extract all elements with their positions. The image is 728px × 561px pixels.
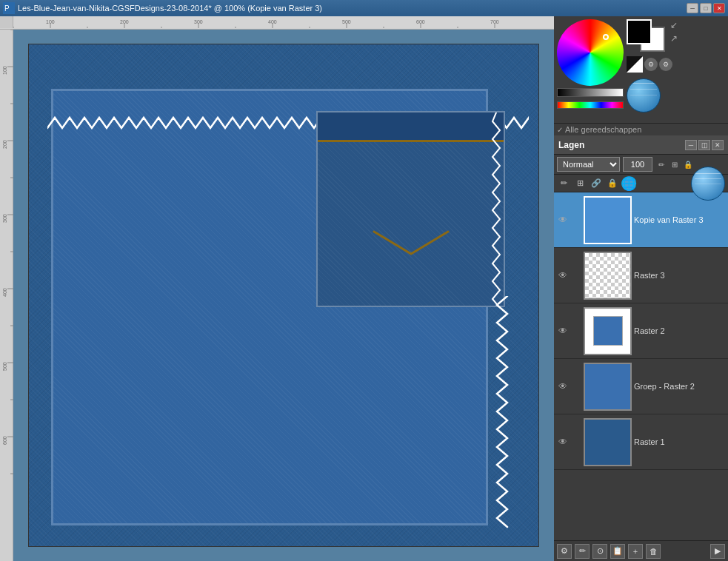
- layer-visibility-toggle[interactable]: 👁: [557, 269, 569, 281]
- svg-text:700: 700: [490, 19, 499, 24]
- lock-move-icon[interactable]: 🔒: [682, 158, 694, 170]
- layer-item[interactable]: 👁 Raster 3: [554, 248, 728, 303]
- layer-thumbnail: [584, 196, 632, 244]
- pocket-v-detail: [367, 224, 455, 261]
- fg-bg-swatch-area: [627, 19, 665, 52]
- layer-item[interactable]: 👁 Raster 2: [554, 303, 728, 359]
- svg-text:500: 500: [342, 19, 351, 24]
- pocket-belt: [318, 112, 504, 142]
- layer-thumbnail: [584, 363, 632, 411]
- panel-detach-btn[interactable]: ◫: [698, 140, 710, 150]
- layers-list: 👁 Kopie van Raster 3 👁 Raster 3: [554, 192, 728, 540]
- layer-visibility-toggle[interactable]: 👁: [557, 214, 569, 226]
- svg-text:300: 300: [2, 214, 7, 223]
- layers-panel: Lagen ─ ◫ ✕ Normaal ✏ ⊞ 🔒: [554, 135, 728, 561]
- titlebar: P Les-Blue-Jean-van-Nikita-CGSFDesigns-2…: [0, 0, 728, 16]
- swap-colors-icon[interactable]: ↗: [668, 33, 680, 44]
- canvas-document: [28, 44, 539, 547]
- svg-text:200: 200: [2, 140, 7, 149]
- layer-chain-icon[interactable]: 🔗: [590, 177, 603, 190]
- layer-link-icon: [571, 215, 581, 225]
- layers-delete-btn[interactable]: 🗑: [646, 544, 661, 559]
- canvas-wrapper: 100 200 300 400 500: [0, 30, 554, 561]
- window-title: Les-Blue-Jean-van-Nikita-CGSFDesigns-23-…: [18, 4, 684, 13]
- layer-link-icon: [571, 270, 581, 280]
- svg-text:100: 100: [46, 19, 55, 24]
- blend-mode-select[interactable]: Normaal: [557, 157, 620, 172]
- reset-colors-icon[interactable]: ↙: [668, 19, 680, 31]
- svg-text:600: 600: [2, 436, 7, 445]
- layer-thumb-content: [585, 364, 630, 409]
- color-settings-icon2[interactable]: ⚙: [659, 58, 672, 71]
- ruler-top: 100 200 300 400 500: [0, 16, 554, 30]
- layer-globe-icon[interactable]: 🌐: [622, 177, 635, 190]
- layers-bottom-toolbar: ⚙ ✏ ⊙ 📋 + 🗑 ▶: [554, 540, 728, 561]
- svg-text:200: 200: [120, 19, 129, 24]
- layer-name: Raster 3: [634, 271, 725, 280]
- layer-item[interactable]: 👁 Groep - Raster 2: [554, 359, 728, 414]
- zigzag-right-svg: [494, 296, 510, 533]
- svg-text:100: 100: [2, 66, 7, 75]
- layer-lock-icon[interactable]: 🔒: [606, 177, 619, 190]
- hue-bar[interactable]: [557, 101, 624, 109]
- color-right-panel: ↙ ↗ ⚙ ⚙: [627, 19, 725, 112]
- layers-title: Lagen: [558, 140, 584, 150]
- pocket-right-stitching: [489, 112, 504, 306]
- layer-name: Kopie van Raster 3: [634, 215, 725, 224]
- color-settings-icon1[interactable]: ⚙: [644, 58, 658, 71]
- svg-text:600: 600: [416, 19, 425, 24]
- alle-gereedschappen-label: Alle gereedschappen: [565, 125, 641, 134]
- layer-name: Groep - Raster 2: [634, 382, 725, 391]
- layers-settings-btn[interactable]: ⚙: [557, 544, 572, 559]
- layer-thumb-content: [585, 420, 630, 465]
- right-panel: ↙ ↗ ⚙ ⚙: [554, 16, 728, 561]
- layer-link-icon: [571, 326, 581, 336]
- color-wheel[interactable]: [557, 19, 624, 86]
- lock-transparent-icon[interactable]: ✏: [655, 158, 667, 170]
- ruler-horizontal: 100 200 300 400 500: [13, 16, 554, 28]
- layer-visibility-toggle[interactable]: 👁: [557, 325, 569, 337]
- layer-visibility-toggle[interactable]: 👁: [557, 436, 569, 448]
- foreground-color-swatch[interactable]: [627, 19, 652, 44]
- layer-thumbnail: [584, 307, 632, 355]
- layers-copy-btn[interactable]: 📋: [610, 544, 625, 559]
- layers-new-btn[interactable]: +: [628, 544, 643, 559]
- ruler-corner: [0, 16, 13, 28]
- layer-item[interactable]: 👁 Kopie van Raster 3: [554, 192, 728, 248]
- layer-name: Raster 1: [634, 437, 725, 446]
- layer-preview-circle: [691, 167, 725, 201]
- close-button[interactable]: ✕: [713, 3, 725, 13]
- layers-extra-btn[interactable]: ▶: [710, 544, 725, 559]
- svg-text:300: 300: [194, 19, 203, 24]
- layer-visibility-toggle[interactable]: 👁: [557, 380, 569, 392]
- globe-icon: [627, 78, 661, 112]
- layer-name: Raster 2: [634, 326, 725, 335]
- main-layout: 100 200 300 400 500: [0, 16, 728, 561]
- layer-thumb-content: [585, 198, 630, 243]
- panel-controls: ─ ◫ ✕: [685, 140, 724, 150]
- layer-link-icon[interactable]: ⊞: [573, 177, 587, 190]
- app-icon: P: [3, 2, 15, 14]
- layer-item[interactable]: 👁 Raster 1: [554, 414, 728, 470]
- pocket-thumb-inner: [593, 316, 623, 346]
- layer-icons-row: ✏ ⊞ 🔗 🔒 🌐: [554, 175, 728, 192]
- panel-minimize-btn[interactable]: ─: [685, 140, 697, 150]
- layer-link-icon: [571, 437, 581, 447]
- new-layer-icon[interactable]: ✏: [557, 177, 570, 190]
- layers-link-btn[interactable]: ✏: [575, 544, 590, 559]
- color-action-icons: ↙ ↗: [668, 19, 680, 44]
- opacity-input[interactable]: [623, 157, 652, 172]
- black-triangle-icon: [627, 56, 643, 73]
- svg-text:P: P: [4, 4, 10, 13]
- window-controls: ─ □ ✕: [687, 3, 725, 13]
- brightness-gradient[interactable]: [557, 88, 624, 97]
- canvas-viewport[interactable]: [13, 30, 554, 561]
- lock-paint-icon[interactable]: ⊞: [669, 158, 681, 170]
- layer-thumb-content: [585, 253, 630, 298]
- color-wheel-wrapper[interactable]: [557, 19, 624, 86]
- maximize-button[interactable]: □: [700, 3, 712, 13]
- minimize-button[interactable]: ─: [687, 3, 698, 13]
- panel-close-btn[interactable]: ✕: [712, 140, 724, 150]
- canvas-area: 100 200 300 400 500: [0, 16, 554, 561]
- layers-mask-btn[interactable]: ⊙: [592, 544, 607, 559]
